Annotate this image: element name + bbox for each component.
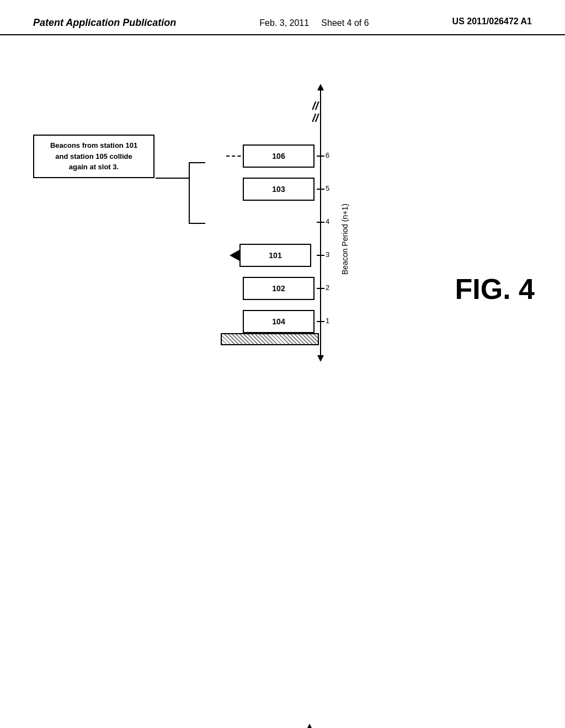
bracket-top (189, 162, 205, 163)
top-station-106-label: 106 (272, 152, 285, 160)
top-hatched-box (221, 333, 319, 345)
tick-1 (317, 321, 324, 322)
break-mark-2: // (312, 113, 318, 124)
bottom-arrow-up (306, 724, 313, 728)
top-station-101-label: 101 (269, 251, 281, 260)
top-station-104-label: 104 (272, 317, 285, 326)
top-station-104: 104 (243, 310, 315, 333)
top-arrow-up (317, 84, 324, 90)
top-beacon-label: Beacon Period (n+1) (339, 146, 350, 333)
header-date-sheet: Feb. 3, 2011 Sheet 4 of 6 (259, 17, 369, 30)
top-annotation: Beacons from station 101and station 105 … (33, 135, 154, 178)
top-arrow-down (317, 355, 324, 362)
top-arrow-left (230, 250, 239, 261)
top-station-103: 103 (243, 178, 315, 201)
patent-number: US 2011/026472 A1 (452, 17, 532, 26)
tick-5 (317, 189, 324, 190)
top-station-106: 106 (243, 144, 315, 168)
bracket-h (156, 178, 189, 179)
top-station-101: 101 (239, 244, 311, 267)
slot-label-4: 4 (326, 217, 329, 226)
slot-label-6: 6 (326, 151, 329, 159)
page-header: Patent Application Publication Feb. 3, 2… (0, 0, 565, 35)
sheet-number: Sheet 4 of 6 (321, 18, 369, 28)
slot-label-3: 3 (326, 250, 329, 259)
publication-date: Feb. 3, 2011 (259, 18, 309, 28)
top-station-102: 102 (243, 277, 315, 300)
publication-title: Patent Application Publication (33, 17, 176, 29)
top-station-102-label: 102 (272, 284, 285, 293)
slot-label-2: 2 (326, 283, 329, 292)
tick-3 (317, 255, 324, 256)
top-v-axis (320, 90, 321, 355)
top-station-103-label: 103 (272, 185, 285, 194)
top-diagram: Beacons from station 101and station 105 … (33, 90, 486, 388)
tick-4 (317, 222, 324, 223)
slot-label-5: 5 (326, 184, 329, 192)
break-mark-1: // (312, 100, 318, 111)
bracket-bottom (189, 223, 205, 224)
main-content: FIG. 4 Beacons from station 101and stati… (0, 35, 565, 719)
bracket-v (189, 162, 190, 223)
tick-2 (317, 288, 324, 289)
slot-label-1: 1 (326, 317, 329, 325)
